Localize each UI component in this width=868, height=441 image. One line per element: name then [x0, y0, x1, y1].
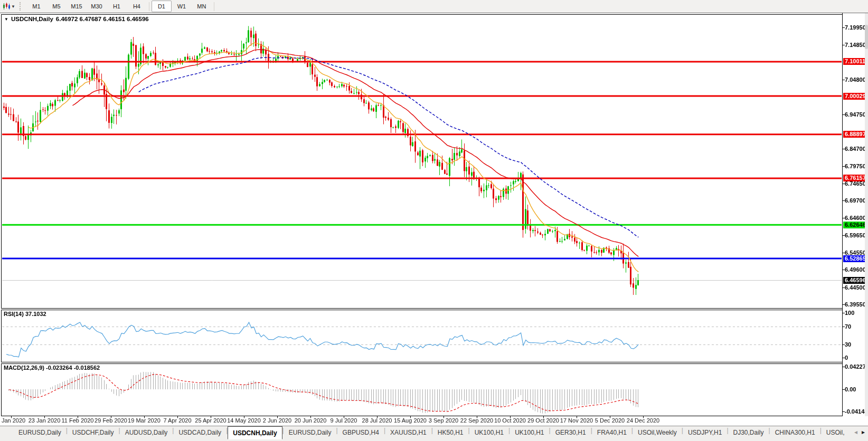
macd-axis-tick: 0.00: [845, 386, 856, 392]
time-axis-tick: 25 Apr 2020: [195, 417, 226, 424]
price-line-label: 6.52865: [843, 255, 867, 262]
chart-tabs: EURUSD,Daily|USDCHF,Daily|AUDUSD,Daily|U…: [14, 426, 850, 439]
rsi-axis-tick: 70: [845, 323, 851, 330]
chart-title: ▼ USDCNH,Daily 6.46972 6.47687 6.46151 6…: [4, 16, 149, 22]
chart-tab-HK50-H1[interactable]: HK50,H1: [433, 426, 468, 438]
chart-tab-UK100-H1[interactable]: UK100,H1: [470, 426, 508, 438]
price-axis-tick: 6.69700: [845, 197, 866, 204]
chart-tab-bar: EURUSD,Daily|USDCHF,Daily|AUDUSD,Daily|U…: [0, 426, 868, 441]
chart-tab-UK100-H1[interactable]: UK100,H1: [510, 426, 549, 438]
timeframe-button-MN[interactable]: MN: [192, 1, 212, 12]
price-axis-tick: 6.39550: [845, 301, 866, 308]
mt4-window: ▼ M1M5M15M30H1H4D1W1MN ▼ USDCNH,Daily 6.…: [0, 0, 868, 441]
timeframe-toolbar: ▼ M1M5M15M30H1H4D1W1MN: [0, 0, 868, 13]
time-axis-tick: 29 Oct 2020: [527, 417, 559, 424]
price-axis-tick: 6.59650: [845, 232, 866, 238]
time-axis-tick: 9 Jul 2020: [331, 417, 357, 424]
time-axis-tick: 24 Dec 2020: [627, 417, 659, 424]
timeframe-buttons: M1M5M15M30H1H4D1W1MN: [26, 1, 216, 12]
time-axis-tick: 22 Sep 2020: [460, 417, 493, 424]
toolbar-separator: [214, 2, 214, 11]
price-axis-tick: 6.84700: [845, 146, 866, 152]
chart-type-button[interactable]: ▼: [0, 3, 17, 10]
price-axis-tick: 7.04800: [845, 76, 866, 83]
price-line-label: 7.10011: [843, 58, 867, 65]
chart-canvas[interactable]: [0, 0, 868, 441]
time-axis-tick: 11 Feb 2020: [62, 417, 94, 424]
price-axis-tick: 6.64600: [845, 215, 866, 221]
price-axis-tick: 7.14850: [845, 42, 866, 48]
timeframe-button-M5[interactable]: M5: [46, 1, 67, 12]
time-axis-tick: 15 Aug 2020: [394, 417, 427, 424]
time-axis-tick: 28 Jul 2020: [362, 417, 392, 424]
vertical-scrollbar[interactable]: [865, 13, 868, 416]
macd-axis-tick: -0.04148: [845, 408, 867, 415]
time-axis-tick: 14 May 2020: [227, 417, 261, 424]
toolbar-separator: [149, 2, 149, 11]
chart-tab-USOil-[interactable]: USOil,: [822, 426, 850, 438]
chart-tab-USDJPY-H1[interactable]: USDJPY,H1: [683, 426, 727, 438]
price-line-label: 6.62646: [843, 222, 867, 228]
time-axis-tick: 10 Oct 2020: [494, 417, 526, 424]
price-line-label: 7.00029: [843, 93, 867, 100]
rsi-axis-tick: 0: [845, 354, 848, 361]
time-axis-tick: 17 Nov 2020: [560, 417, 593, 424]
chart-tab-AUDUSD-Daily[interactable]: AUDUSD,Daily: [120, 426, 173, 438]
price-axis-tick: 6.49600: [845, 266, 866, 273]
tab-scroll-left-icon[interactable]: ◂: [854, 428, 857, 436]
time-axis-tick: 20 Jun 2020: [295, 417, 327, 424]
time-axis-tick: 4 Jan 2020: [0, 417, 25, 424]
timeframe-button-D1[interactable]: D1: [152, 1, 172, 12]
chart-tab-USOil-Weekly[interactable]: USOil,Weekly: [633, 426, 682, 438]
toolbar-grip[interactable]: [20, 2, 23, 11]
collapse-icon: ▼: [4, 17, 8, 22]
time-axis-tick: 2 Jun 2020: [263, 417, 291, 424]
time-axis-tick: 29 Feb 2020: [95, 417, 127, 424]
tab-scroll-arrows: ◂ ▸: [850, 428, 865, 436]
chart-tab-EURUSD-Daily[interactable]: EURUSD,Daily: [14, 426, 66, 438]
price-axis-tick: 6.79750: [845, 163, 866, 169]
chart-tab-CHINA300-H1[interactable]: CHINA300,H1: [770, 426, 820, 438]
timeframe-button-M30[interactable]: M30: [87, 1, 107, 12]
price-line-label: 6.88897: [843, 131, 867, 138]
timeframe-button-W1[interactable]: W1: [172, 1, 192, 12]
rsi-indicator-label: RSI(14) 37.1032: [4, 311, 46, 317]
chart-tab-USDCNH-Daily[interactable]: USDCNH,Daily: [228, 426, 282, 439]
time-axis-tick: 19 Mar 2020: [128, 417, 161, 424]
scrollbar-thumb[interactable]: [865, 25, 868, 49]
price-line-label: 6.76157: [843, 175, 867, 181]
chart-symbol-period: USDCNH,Daily: [11, 16, 53, 22]
time-axis-tick: 3 Sep 2020: [429, 417, 458, 424]
timeframe-button-H4[interactable]: H4: [127, 1, 147, 12]
tab-scroll-right-icon[interactable]: ▸: [862, 428, 865, 436]
chart-tab-FRA40-H1[interactable]: FRA40,H1: [592, 426, 631, 438]
timeframe-button-H1[interactable]: H1: [107, 1, 127, 12]
time-axis-tick: 5 Dec 2020: [595, 417, 625, 424]
time-axis-tick: 7 Apr 2020: [163, 417, 191, 424]
timeframe-button-M15[interactable]: M15: [67, 1, 87, 12]
rsi-axis-tick: 100: [845, 310, 854, 316]
price-axis-tick: 6.94750: [845, 111, 866, 118]
price-axis-tick: 6.44500: [845, 284, 866, 291]
chart-tab-USDCHF-Daily[interactable]: USDCHF,Daily: [68, 426, 119, 438]
chart-tab-DJ30-Daily[interactable]: DJ30,Daily: [729, 426, 769, 438]
chart-ohlc-quote: 6.46972 6.47687 6.46151 6.46596: [56, 16, 149, 22]
chart-tab-EURUSD-Daily[interactable]: EURUSD,Daily: [284, 426, 336, 438]
chart-tab-USDCAD-Daily[interactable]: USDCAD,Daily: [174, 426, 226, 438]
price-axis-tick: 7.19950: [845, 24, 866, 31]
current-price-label: 6.46596: [843, 277, 867, 284]
chart-tab-XAUUSD-H1[interactable]: XAUUSD,H1: [385, 426, 431, 438]
time-axis-tick: 23 Jan 2020: [29, 417, 61, 424]
chevron-down-icon: ▼: [11, 4, 15, 9]
rsi-axis-tick: 30: [845, 341, 851, 348]
chart-tab-GBPUSD-H4[interactable]: GBPUSD,H4: [338, 426, 384, 438]
chart-tab-GER30-H1[interactable]: GER30,H1: [551, 426, 591, 438]
macd-indicator-label: MACD(12,26,9) -0.023264 -0.018562: [4, 365, 100, 371]
timeframe-button-M1[interactable]: M1: [26, 1, 46, 12]
candlestick-chart-icon: [3, 3, 10, 10]
